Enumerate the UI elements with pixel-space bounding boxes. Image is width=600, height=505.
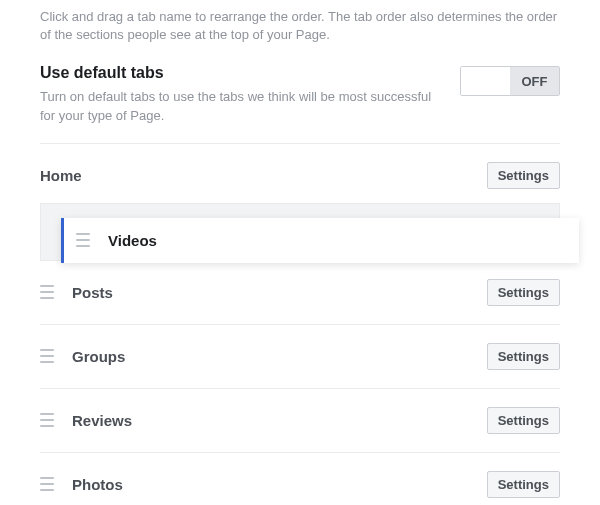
drag-handle-icon[interactable] xyxy=(76,233,90,247)
default-tabs-toggle[interactable]: OFF xyxy=(460,66,560,96)
default-tabs-title: Use default tabs xyxy=(40,64,440,82)
drag-handle-icon[interactable] xyxy=(40,349,54,363)
default-tabs-description: Turn on default tabs to use the tabs we … xyxy=(40,88,440,124)
drag-placeholder: Videos xyxy=(40,203,560,261)
intro-text: Click and drag a tab name to rearrange t… xyxy=(40,0,560,64)
tab-settings-button[interactable]: Settings xyxy=(487,279,560,306)
tab-label: Posts xyxy=(72,284,113,301)
tab-row-reviews[interactable]: Reviews Settings xyxy=(40,389,560,453)
tab-row-posts[interactable]: Posts Settings xyxy=(40,261,560,325)
tab-row-photos[interactable]: Photos Settings xyxy=(40,453,560,505)
home-row: Home Settings xyxy=(40,144,560,203)
default-tabs-section: Use default tabs Turn on default tabs to… xyxy=(40,64,560,143)
dragged-tab-videos[interactable]: Videos xyxy=(61,218,579,263)
home-settings-button[interactable]: Settings xyxy=(487,162,560,189)
tab-row-groups[interactable]: Groups Settings xyxy=(40,325,560,389)
dragged-item-label: Videos xyxy=(108,232,157,249)
drag-handle-icon[interactable] xyxy=(40,477,54,491)
drag-handle-icon[interactable] xyxy=(40,413,54,427)
tab-settings-button[interactable]: Settings xyxy=(487,343,560,370)
toggle-off-label: OFF xyxy=(510,67,559,95)
home-label: Home xyxy=(40,167,82,184)
tab-settings-button[interactable]: Settings xyxy=(487,471,560,498)
drag-handle-icon[interactable] xyxy=(40,285,54,299)
tab-label: Reviews xyxy=(72,412,132,429)
tab-settings-button[interactable]: Settings xyxy=(487,407,560,434)
tab-label: Groups xyxy=(72,348,125,365)
toggle-on-half xyxy=(461,67,510,95)
tab-label: Photos xyxy=(72,476,123,493)
